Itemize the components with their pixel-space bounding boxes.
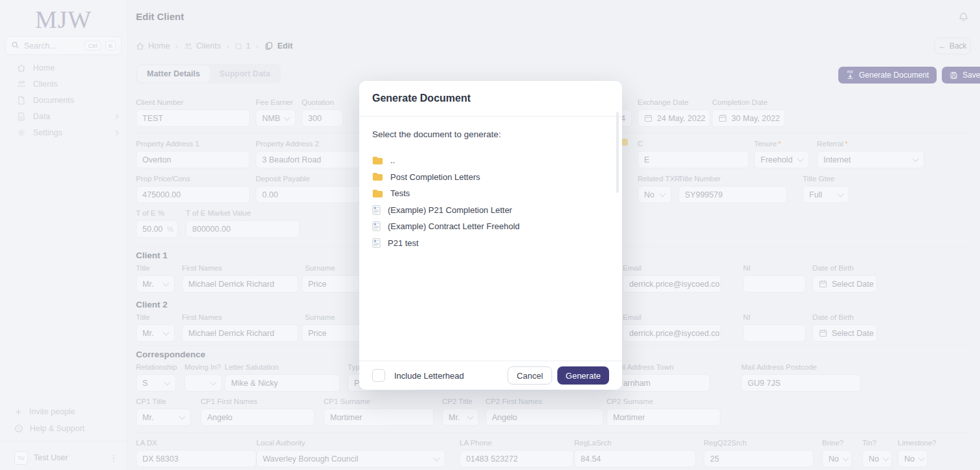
include-letterhead-checkbox[interactable]	[372, 369, 385, 382]
list-item-document[interactable]: (Example) P21 Completion Letter	[372, 202, 609, 219]
document-file-icon	[372, 221, 381, 231]
scrollbar-thumb[interactable]	[616, 112, 619, 193]
list-item-document[interactable]: (Example) Contract Letter Freehold	[372, 218, 609, 235]
modal-footer: Include Letterhead Cancel Generate	[359, 361, 622, 390]
document-file-icon	[372, 205, 381, 215]
list-item-folder-up[interactable]: ..	[372, 152, 609, 169]
folder-icon	[372, 172, 383, 181]
folder-icon	[372, 189, 383, 198]
modal-title: Generate Document	[359, 81, 622, 117]
list-item-folder[interactable]: Post Completion Letters	[372, 169, 609, 186]
generate-document-modal: Generate Document Select the document to…	[359, 81, 622, 390]
list-item-document[interactable]: P21 test	[372, 235, 609, 252]
cancel-button[interactable]: Cancel	[507, 366, 551, 385]
generate-button[interactable]: Generate	[557, 366, 609, 385]
document-list: .. Post Completion Letters Tests (Exampl…	[372, 152, 609, 251]
document-file-icon	[372, 238, 381, 248]
list-item-folder[interactable]: Tests	[372, 185, 609, 202]
modal-prompt: Select the document to generate:	[372, 129, 609, 139]
edit-client-page: MJW Search... Ctrl K Home Clients Docume…	[0, 0, 980, 470]
include-letterhead-label: Include Letterhead	[394, 371, 464, 381]
folder-icon	[372, 156, 383, 165]
modal-body: Select the document to generate: .. Post…	[359, 117, 622, 251]
